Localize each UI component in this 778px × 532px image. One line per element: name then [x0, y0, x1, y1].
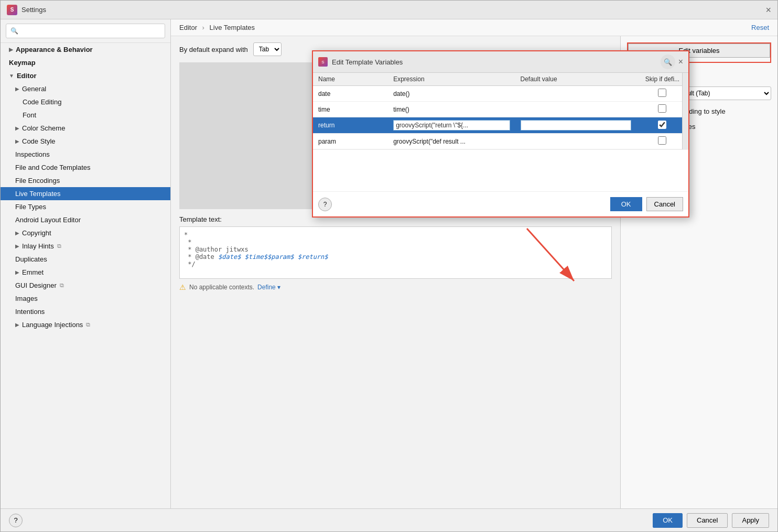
sidebar-item-general[interactable]: ▶ General	[1, 82, 170, 95]
modal-cell-skip	[636, 134, 688, 149]
title-bar: S Settings ×	[1, 1, 777, 19]
search-input[interactable]	[6, 24, 165, 38]
modal-footer: ? OK Cancel	[313, 191, 688, 216]
sidebar-item-label: Emmet	[22, 268, 44, 276]
sidebar-item-file-and-code-templates[interactable]: File and Code Templates	[1, 161, 170, 174]
modal-title-bar: S Edit Template Variables 🔍 ×	[313, 51, 688, 73]
modal-cell-expression[interactable]: time()	[388, 102, 515, 117]
modal-cell-expression[interactable]: date()	[388, 86, 515, 102]
sidebar-item-label: Editor	[17, 72, 37, 80]
col-header-expression: Expression	[388, 73, 515, 86]
sidebar-item-label: Intentions	[15, 308, 45, 316]
sidebar-item-copyright[interactable]: ▶ Copyright	[1, 226, 170, 240]
sidebar-item-label: Inspections	[15, 150, 50, 158]
cancel-button[interactable]: Cancel	[687, 513, 728, 528]
sidebar-item-label: Color Scheme	[22, 124, 65, 132]
apply-button[interactable]: Apply	[732, 513, 769, 528]
skip-checkbox[interactable]	[658, 121, 666, 129]
sidebar-item-label: File and Code Templates	[15, 164, 91, 171]
sidebar-item-inlay-hints[interactable]: ▶ Inlay Hints⧉	[1, 240, 170, 253]
modal-help-button[interactable]: ?	[318, 198, 332, 211]
sidebar-item-gui-designer[interactable]: GUI Designer⧉	[1, 279, 170, 292]
sidebar-item-code-editing[interactable]: Code Editing	[1, 95, 170, 108]
sidebar-item-label: File Types	[15, 203, 46, 211]
modal-cell-name: param	[313, 134, 388, 149]
sidebar-arrow-icon: ▼	[9, 73, 14, 79]
edit-template-variables-dialog: S Edit Template Variables 🔍 × Name Expre…	[312, 50, 689, 218]
annotation-arrow	[485, 218, 600, 302]
sidebar-item-label: Appearance & Behavior	[16, 46, 93, 53]
sidebar-arrow-icon: ▶	[15, 269, 19, 275]
sidebar-item-editor[interactable]: ▼ Editor	[1, 69, 170, 82]
modal-empty-area	[313, 149, 688, 191]
sidebar-item-label: Code Style	[22, 137, 56, 145]
modal-icon: S	[318, 57, 328, 67]
sidebar-item-label: Images	[15, 295, 38, 302]
sidebar: ▶ Appearance & BehaviorKeymap▼ Editor▶ G…	[1, 19, 171, 508]
sidebar-item-appearance-&-behavior[interactable]: ▶ Appearance & Behavior	[1, 43, 170, 56]
modal-table-row[interactable]: datedate()	[313, 86, 688, 102]
sidebar-item-language-injections[interactable]: ▶ Language Injections⧉	[1, 318, 170, 331]
sidebar-item-android-layout-editor[interactable]: Android Layout Editor	[1, 213, 170, 226]
sidebar-item-inspections[interactable]: Inspections	[1, 148, 170, 161]
window-title: Settings	[21, 6, 765, 14]
copy-icon[interactable]: ⧉	[86, 321, 90, 328]
sidebar-arrow-icon: ▶	[15, 138, 19, 144]
sidebar-item-label: Font	[23, 111, 36, 119]
skip-checkbox[interactable]	[658, 104, 666, 113]
sidebar-item-label: General	[22, 85, 46, 93]
skip-checkbox[interactable]	[658, 136, 666, 145]
modal-table-row[interactable]: paramgroovyScript("def result ...	[313, 134, 688, 149]
sidebar-item-file-types[interactable]: File Types	[1, 200, 170, 213]
modal-table-header: Name Expression Default value Skip if de…	[313, 73, 688, 86]
modal-cell-default[interactable]	[515, 117, 636, 134]
sidebar-item-duplicates[interactable]: Duplicates	[1, 253, 170, 266]
modal-cell-default[interactable]	[515, 134, 636, 149]
sidebar-item-code-style[interactable]: ▶ Code Style	[1, 135, 170, 148]
sidebar-item-label: Keymap	[9, 59, 36, 67]
modal-table-body: datedate()timetime()returnparamgroovyScr…	[313, 86, 688, 149]
modal-table: Name Expression Default value Skip if de…	[313, 73, 688, 149]
ok-button[interactable]: OK	[653, 513, 683, 528]
modal-table-row[interactable]: timetime()	[313, 102, 688, 117]
sidebar-item-live-templates[interactable]: Live Templates	[1, 187, 170, 200]
sidebar-item-color-scheme[interactable]: ▶ Color Scheme	[1, 122, 170, 135]
sidebar-arrow-icon: ▶	[15, 230, 19, 236]
help-button[interactable]: ?	[9, 514, 23, 527]
sidebar-item-font[interactable]: Font	[1, 108, 170, 122]
modal-table-row[interactable]: return	[313, 117, 688, 134]
sidebar-arrow-icon: ▶	[9, 47, 13, 52]
modal-search-icon[interactable]: 🔍	[661, 55, 675, 69]
expression-input[interactable]	[393, 120, 510, 131]
modal-cell-skip	[636, 86, 688, 102]
modal-cell-default[interactable]	[515, 102, 636, 117]
copy-icon[interactable]: ⧉	[60, 282, 64, 289]
sidebar-item-images[interactable]: Images	[1, 292, 170, 305]
modal-scrollbar[interactable]	[682, 73, 688, 149]
sidebar-item-keymap[interactable]: Keymap	[1, 56, 170, 69]
sidebar-item-file-encodings[interactable]: File Encodings	[1, 174, 170, 187]
sidebar-item-label: File Encodings	[15, 177, 60, 184]
app-icon: S	[7, 5, 17, 15]
sidebar-item-label: Inlay Hints	[22, 242, 54, 250]
default-value-input[interactable]	[521, 120, 631, 131]
sidebar-item-emmet[interactable]: ▶ Emmet	[1, 266, 170, 279]
sidebar-arrow-icon: ▶	[15, 125, 19, 131]
modal-cell-expression[interactable]	[388, 117, 515, 134]
modal-table-container: Name Expression Default value Skip if de…	[313, 73, 688, 149]
modal-cancel-button[interactable]: Cancel	[646, 197, 683, 211]
sidebar-item-label: Language Injections	[22, 321, 83, 329]
sidebar-arrow-icon: ▶	[15, 243, 19, 249]
modal-close-button[interactable]: ×	[678, 57, 683, 67]
modal-ok-button[interactable]: OK	[610, 197, 642, 211]
modal-cell-expression[interactable]: groovyScript("def result ...	[388, 134, 515, 149]
sidebar-item-intentions[interactable]: Intentions	[1, 305, 170, 318]
modal-cell-name: date	[313, 86, 388, 102]
close-button[interactable]: ×	[765, 5, 771, 15]
modal-cell-skip	[636, 102, 688, 117]
skip-checkbox[interactable]	[658, 89, 666, 97]
bottom-bar: ? OK Cancel Apply	[1, 508, 777, 531]
modal-cell-default[interactable]	[515, 86, 636, 102]
svg-line-1	[527, 229, 574, 281]
copy-icon[interactable]: ⧉	[57, 243, 61, 249]
